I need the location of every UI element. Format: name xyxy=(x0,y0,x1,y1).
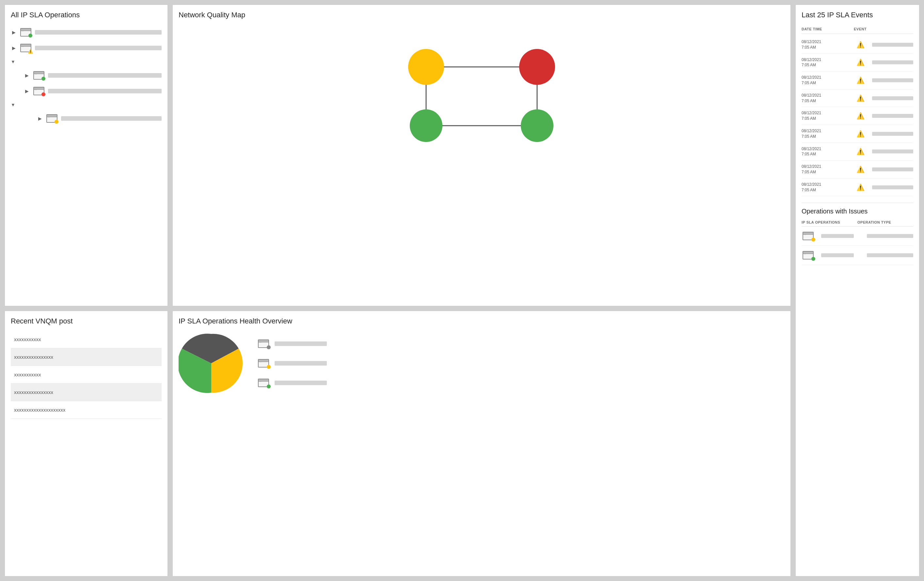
sla-item-1: ▶ xyxy=(11,25,162,40)
event-row-1: 08/12/20217:05 AM ⚠️ xyxy=(802,36,913,54)
issues-col-type: OPERATION TYPE xyxy=(857,221,913,224)
item-bar-child-2 xyxy=(48,89,162,93)
net-quality-title: Network Quality Map xyxy=(178,11,785,19)
event-bar-5 xyxy=(872,114,913,118)
issue-status-dot-yellow-1 xyxy=(811,238,815,242)
item-bar-child-3 xyxy=(61,116,162,121)
events-panel: Last 25 IP SLA Events DATE TIME EVENT 08… xyxy=(795,5,919,576)
play-button-child-1[interactable]: ▶ xyxy=(24,72,30,78)
legend-item-yellow xyxy=(257,359,327,368)
event-bar-9 xyxy=(872,185,913,189)
play-button-2[interactable]: ▶ xyxy=(11,45,16,51)
svg-point-7 xyxy=(521,109,553,142)
issue-type-bar-1 xyxy=(867,234,913,238)
event-warning-icon-1: ⚠️ xyxy=(856,41,870,49)
status-dot-red-child-2 xyxy=(41,92,45,96)
event-warning-icon-7: ⚠️ xyxy=(856,148,870,155)
legend-bar-gray xyxy=(275,341,327,346)
event-row-9: 08/12/20217:05 AM ⚠️ xyxy=(802,179,913,196)
sla-item-child-1: ▶ xyxy=(11,67,162,83)
warning-icon-2: ⚠️ xyxy=(28,49,33,54)
issues-section: Operations with Issues IP SLA OPERATIONS… xyxy=(802,203,913,265)
sla-item-child-2: ▶ xyxy=(11,83,162,99)
event-warning-icon-4: ⚠️ xyxy=(856,94,870,102)
icon-box-child-2 xyxy=(33,87,45,95)
network-map-svg xyxy=(178,25,785,148)
sla-group-toggle[interactable]: ▼ xyxy=(11,56,162,67)
event-row-4: 08/12/20217:05 AM ⚠️ xyxy=(802,89,913,107)
event-row-6: 08/12/20217:05 AM ⚠️ xyxy=(802,125,913,143)
events-col-event: EVENT xyxy=(854,27,913,31)
issue-row-1 xyxy=(802,227,913,246)
down-arrow-icon-2: ▼ xyxy=(11,102,15,107)
vnqm-item-1: xxxxxxxxxxx xyxy=(11,331,162,348)
icon-box-1 xyxy=(20,28,32,37)
vnqm-title: Recent VNQM post xyxy=(11,317,162,326)
event-warning-icon-2: ⚠️ xyxy=(856,58,870,66)
issues-col-ops: IP SLA OPERATIONS xyxy=(802,221,857,224)
legend-dot-yellow xyxy=(267,365,271,369)
event-date-1: 08/12/20217:05 AM xyxy=(802,39,854,50)
status-dot-yellow-child-3 xyxy=(54,120,58,124)
event-date-7: 08/12/20217:05 AM xyxy=(802,146,854,157)
vnqm-item-5: xxxxxxxxxxxxxxxxxxxxx xyxy=(11,401,162,419)
event-warning-icon-5: ⚠️ xyxy=(856,112,870,120)
event-row-3: 08/12/20217:05 AM ⚠️ xyxy=(802,71,913,89)
play-button-child-2[interactable]: ▶ xyxy=(24,88,30,94)
vnqm-item-3: xxxxxxxxxxx xyxy=(11,366,162,383)
icon-box-child-1 xyxy=(33,71,45,80)
event-bar-6 xyxy=(872,132,913,136)
legend-icon-gray xyxy=(257,339,270,349)
legend-bar-yellow xyxy=(275,361,327,365)
play-button-child-3[interactable]: ▶ xyxy=(37,115,43,122)
events-table-header: DATE TIME EVENT xyxy=(802,25,913,34)
sla-ops-title: All IP SLA Operations xyxy=(11,11,162,19)
legend-item-gray xyxy=(257,339,327,349)
event-row-5: 08/12/20217:05 AM ⚠️ xyxy=(802,107,913,125)
issue-type-bar-2 xyxy=(867,253,913,257)
issue-icon-box-2 xyxy=(802,250,815,260)
event-date-2: 08/12/20217:05 AM xyxy=(802,57,854,68)
event-date-6: 08/12/20217:05 AM xyxy=(802,128,854,139)
sla-item-2: ▶ ⚠️ xyxy=(11,40,162,56)
sla-ops-panel: All IP SLA Operations ▶ ▶ ⚠️ ▼ ▶ xyxy=(5,5,168,306)
event-row-2: 08/12/20217:05 AM ⚠️ xyxy=(802,54,913,72)
svg-point-4 xyxy=(408,49,444,85)
event-row-8: 08/12/20217:05 AM ⚠️ xyxy=(802,161,913,179)
status-dot-green-1 xyxy=(28,34,32,38)
event-bar-4 xyxy=(872,96,913,100)
issue-row-2 xyxy=(802,246,913,265)
vnqm-item-4: xxxxxxxxxxxxxxxx xyxy=(11,383,162,401)
event-warning-icon-3: ⚠️ xyxy=(856,76,870,84)
event-warning-icon-8: ⚠️ xyxy=(856,166,870,173)
event-date-3: 08/12/20217:05 AM xyxy=(802,75,854,86)
issue-bar-2 xyxy=(821,253,854,257)
net-quality-panel: Network Quality Map xyxy=(172,5,791,306)
legend-dot-green xyxy=(267,385,271,388)
event-date-5: 08/12/20217:05 AM xyxy=(802,110,854,122)
event-bar-2 xyxy=(872,60,913,64)
item-bar-1 xyxy=(35,30,162,35)
legend-bar-green xyxy=(275,380,327,385)
event-date-9: 08/12/20217:05 AM xyxy=(802,182,854,193)
health-pie-chart xyxy=(178,331,244,396)
event-date-4: 08/12/20217:05 AM xyxy=(802,93,854,104)
sla-item-child-3: ▶ xyxy=(11,111,162,126)
legend-icon-green xyxy=(257,378,270,388)
issue-bar-1 xyxy=(821,234,854,238)
play-button-1[interactable]: ▶ xyxy=(11,30,16,35)
health-legend xyxy=(257,339,327,388)
issues-title: Operations with Issues xyxy=(802,207,913,215)
issue-status-dot-green-2 xyxy=(811,257,815,261)
vnqm-item-2: xxxxxxxxxxxxxxxx xyxy=(11,348,162,366)
event-bar-8 xyxy=(872,168,913,171)
event-warning-icon-6: ⚠️ xyxy=(856,130,870,138)
sla-group-toggle-2[interactable]: ▼ xyxy=(11,99,162,111)
health-title: IP SLA Operations Health Overview xyxy=(178,317,785,326)
events-title: Last 25 IP SLA Events xyxy=(802,11,913,19)
icon-box-child-3 xyxy=(46,114,58,123)
status-dot-green-child-1 xyxy=(41,77,45,81)
event-row-7: 08/12/20217:05 AM ⚠️ xyxy=(802,143,913,161)
health-panel: IP SLA Operations Health Overview xyxy=(172,311,791,576)
item-bar-child-1 xyxy=(48,73,162,78)
